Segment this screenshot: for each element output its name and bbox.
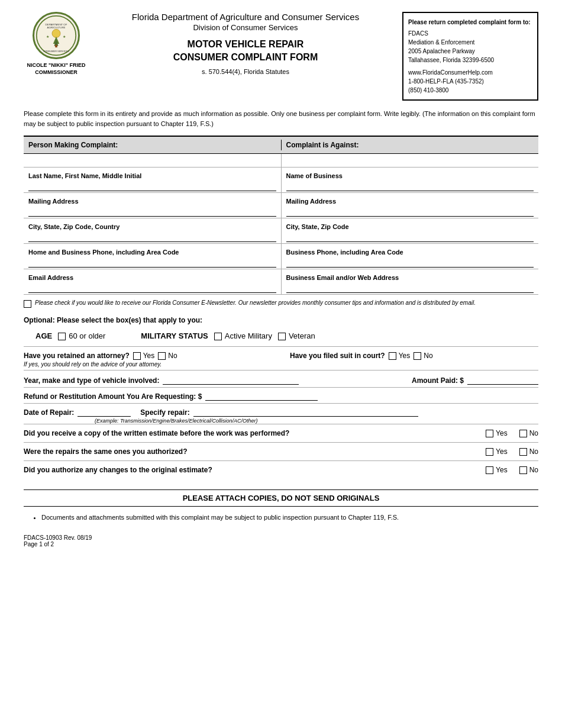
complainant-address-label: Mailing Address: [28, 198, 276, 205]
business-phone-label: Business Phone, including Area Code: [286, 249, 534, 256]
city-row: City, State, Zip Code, Country City, Sta…: [24, 218, 538, 244]
footer-code: FDACS-10903 Rev. 08/19: [24, 534, 538, 541]
vehicle-right: Amount Paid: $: [412, 375, 538, 385]
business-email-label: Business Email and/or Web Address: [286, 274, 534, 281]
business-phone-field[interactable]: Business Phone, including Area Code: [282, 244, 539, 269]
svg-point-3: [52, 30, 60, 38]
repair-example: (Example: Transmission/Engine/Brakes/Ele…: [95, 418, 538, 424]
q1-no-checkbox[interactable]: [519, 430, 527, 437]
attorney-subnote: If yes, you should rely on the advice of…: [24, 361, 272, 368]
question-2-answers: Yes No: [486, 447, 538, 456]
business-name-field[interactable]: Name of Business: [282, 167, 539, 192]
veteran-checkbox[interactable]: [278, 333, 286, 340]
vehicle-row: Year, make and type of vehicle involved:…: [24, 370, 538, 387]
question-1-answers: Yes No: [486, 429, 538, 437]
svg-text:DEPARTMENT OF: DEPARTMENT OF: [46, 23, 67, 26]
email-row: Email Address Business Email and/or Web …: [24, 269, 538, 295]
business-name-label: Name of Business: [286, 172, 534, 179]
active-military-checkbox[interactable]: [214, 333, 222, 340]
complainant-phone-label: Home and Business Phone, including Area …: [28, 249, 276, 256]
specify-input[interactable]: [193, 407, 418, 417]
division-name: Division of Consumer Services: [101, 23, 390, 32]
address-row: Mailing Address Mailing Address: [24, 193, 538, 218]
blank-left: [24, 154, 282, 167]
blank-right: [282, 154, 539, 167]
attach-bullet-1: Documents and attachments submitted with…: [41, 513, 538, 523]
complainant-address-field[interactable]: Mailing Address: [24, 193, 282, 218]
complainant-name-label: Last Name, First Name, Middle Initial: [28, 172, 276, 179]
vehicle-input[interactable]: [163, 375, 299, 385]
age-military-row: AGE 60 or older MILITARY STATUS Active M…: [24, 329, 538, 343]
refund-input[interactable]: [205, 391, 318, 401]
business-header: Complaint is Against:: [282, 140, 539, 150]
q2-no-label: No: [529, 447, 538, 456]
attorney-no-checkbox[interactable]: [158, 352, 166, 360]
complainant-name-line: [28, 183, 276, 191]
q2-no-checkbox[interactable]: [519, 448, 527, 456]
newsletter-checkbox[interactable]: [24, 300, 31, 308]
q3-no-checkbox[interactable]: [519, 466, 527, 474]
complainant-phone-field[interactable]: Home and Business Phone, including Area …: [24, 244, 282, 269]
q2-yes-checkbox[interactable]: [486, 448, 493, 456]
court-yes-label: Yes: [399, 352, 411, 360]
footer-page: Page 1 of 2: [24, 541, 538, 547]
veteran-item: Veteran: [278, 331, 315, 340]
business-email-field[interactable]: Business Email and/or Web Address: [282, 269, 539, 294]
question-2-row: Were the repairs the same ones you autho…: [24, 442, 538, 460]
header-section: DEPARTMENT OF AGRICULTURE ★ ★ CONSUMER S…: [24, 12, 538, 101]
q2-yes-item: Yes: [486, 447, 508, 456]
title-area: Florida Department of Agriculture and Co…: [89, 12, 402, 75]
svg-text:AGRICULTURE: AGRICULTURE: [47, 26, 66, 29]
optional-section: Optional: Please select the box(es) that…: [24, 313, 538, 346]
q1-yes-checkbox[interactable]: [486, 430, 493, 437]
business-email-line: [286, 285, 534, 293]
question-1-row: Did you receive a copy of the written es…: [24, 424, 538, 442]
complainant-email-field[interactable]: Email Address: [24, 269, 282, 294]
attorney-row: Have you retained an attorney? Yes No If…: [24, 346, 538, 370]
amount-input[interactable]: [467, 375, 538, 385]
veteran-label: Veteran: [289, 331, 315, 340]
complainant-email-label: Email Address: [28, 274, 276, 281]
complainant-phone-line: [28, 259, 276, 268]
business-address-field[interactable]: Mailing Address: [282, 193, 539, 218]
q3-yes-checkbox[interactable]: [486, 466, 493, 474]
logo-area: DEPARTMENT OF AGRICULTURE ★ ★ CONSUMER S…: [24, 12, 89, 76]
court-yes-item: Yes: [389, 352, 411, 360]
q3-yes-label: Yes: [496, 466, 508, 474]
q1-no-label: No: [529, 429, 538, 437]
phone-row: Home and Business Phone, including Area …: [24, 244, 538, 269]
q1-no-item: No: [519, 429, 538, 437]
svg-text:★: ★: [63, 34, 66, 38]
q3-no-item: No: [519, 466, 538, 474]
attach-section: PLEASE ATTACH COPIES, DO NOT SEND ORIGIN…: [24, 489, 538, 523]
q3-no-label: No: [529, 466, 538, 474]
attorney-yes-label: Yes: [143, 352, 155, 360]
age-checkbox[interactable]: [58, 333, 66, 340]
optional-title: Optional: Please select the box(es) that…: [24, 316, 538, 324]
name-row: Last Name, First Name, Middle Initial Na…: [24, 167, 538, 193]
question-3-answers: Yes No: [486, 466, 538, 474]
svg-text:★: ★: [46, 34, 49, 38]
question-2-text: Were the repairs the same ones you autho…: [24, 447, 486, 456]
business-city-field[interactable]: City, State, Zip Code: [282, 218, 539, 243]
question-1-text: Did you receive a copy of the written es…: [24, 429, 486, 437]
amount-label: Amount Paid: $: [412, 376, 464, 385]
specify-label: Specify repair:: [140, 408, 189, 417]
court-no-checkbox[interactable]: [414, 352, 421, 360]
form-title: MOTOR VEHICLE REPAIR CONSUMER COMPLAINT …: [101, 38, 390, 65]
newsletter-row: Please check if you would like to receiv…: [24, 295, 538, 313]
business-name-line: [286, 183, 534, 191]
date-input[interactable]: [77, 407, 131, 417]
q1-yes-label: Yes: [496, 429, 508, 437]
complainant-name-field[interactable]: Last Name, First Name, Middle Initial: [24, 167, 282, 192]
agency-name: Florida Department of Agriculture and Co…: [101, 12, 390, 22]
active-military-item: Active Military: [214, 331, 272, 340]
age-option-item: 60 or older: [58, 331, 105, 340]
complainant-header: Person Making Complaint:: [24, 140, 282, 150]
attorney-yes-checkbox[interactable]: [133, 352, 141, 360]
court-yes-checkbox[interactable]: [389, 352, 396, 360]
attach-title: PLEASE ATTACH COPIES, DO NOT SEND ORIGIN…: [24, 489, 538, 507]
q3-yes-item: Yes: [486, 466, 508, 474]
complainant-city-field[interactable]: City, State, Zip Code, Country: [24, 218, 282, 243]
complainant-city-line: [28, 234, 276, 242]
